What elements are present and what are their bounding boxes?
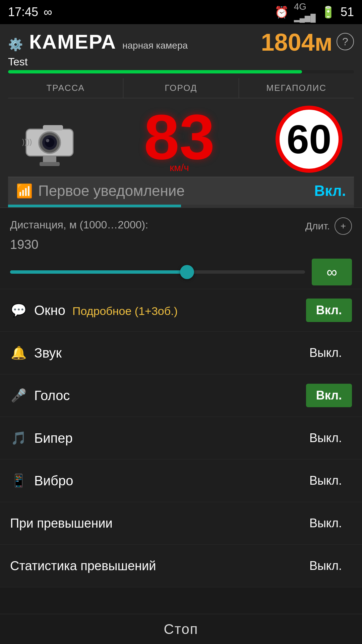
setting-row-2: 🎤 Голос Вкл. [0, 374, 362, 417]
setting-row-5: При превышении Выкл. [0, 502, 362, 545]
progress-bar [8, 70, 354, 73]
infinity-button[interactable]: ∞ [312, 259, 352, 285]
slider-fill [10, 270, 187, 274]
setting-row-0: 💬 Окно Подробное (1+3об.) Вкл. [0, 289, 362, 332]
status-bar: 17:45 ∞ ⏰ 4G▂▄▆█ 🔋 51 [0, 0, 362, 24]
setting-icon-1: 🔔 [10, 345, 27, 360]
setting-row-6: Статистика превышений Выкл. [0, 545, 362, 587]
setting-name-4: Вибро [34, 473, 299, 488]
notification-text: Первое уведомление [38, 182, 185, 199]
mode-tabs: ТРАССА ГОРОД МЕГАПОЛИС [8, 78, 354, 98]
camera-title: КАМЕРА [29, 30, 116, 53]
setting-icon-2: 🎤 [10, 388, 27, 403]
help-button[interactable]: ? [337, 33, 354, 50]
stop-button[interactable]: Стоп [164, 621, 198, 637]
svg-point-4 [46, 139, 49, 142]
distance-row: Дистанция, м (1000…2000): Длит. + 1930 ∞ [0, 208, 362, 289]
overlay-panel: ⚙️ КАМЕРА нарная камера 1804м ? Test ТРА… [0, 24, 362, 208]
gear-icon[interactable]: ⚙️ [8, 38, 23, 52]
plus-btn[interactable]: + [335, 217, 352, 235]
distance-slider-row: ∞ [10, 259, 352, 285]
camera-subtitle: нарная камера [122, 40, 188, 51]
camera-icon-wrap: )))) [16, 112, 83, 166]
notification-right: Вкл. [314, 182, 346, 199]
battery-icon: 🔋 [321, 5, 335, 19]
setting-icon-0: 💬 [10, 303, 27, 318]
settings-panel: Дистанция, м (1000…2000): Длит. + 1930 ∞… [0, 208, 362, 587]
toggle-5[interactable]: Выкл. [299, 512, 352, 535]
speed-unit: км/ч [170, 162, 189, 173]
setting-name-1: Звук [34, 345, 299, 361]
teal-progress-bar [8, 205, 354, 207]
distance-value: 1930 [10, 237, 352, 252]
svg-point-3 [45, 138, 54, 147]
top-right-group: 1804м ? [261, 30, 354, 54]
svg-rect-5 [43, 156, 56, 163]
speed-display: 83 км/ч [83, 105, 276, 173]
wifi-icon: 📶 [16, 183, 33, 199]
setting-row-4: 📱 Вибро Выкл. [0, 460, 362, 502]
svg-rect-7 [43, 125, 63, 130]
test-label: Test [8, 56, 354, 68]
setting-sub-0: Подробное (1+3об.) [72, 305, 178, 317]
bottom-bar: Стоп [0, 614, 362, 644]
notification-bar: 📶 Первое уведомление Вкл. [8, 177, 354, 205]
setting-icon-3: 🎵 [10, 431, 27, 445]
status-infinity: ∞ [44, 5, 52, 19]
toggle-6[interactable]: Выкл. [299, 554, 352, 578]
setting-row-1: 🔔 Звук Выкл. [0, 332, 362, 374]
setting-name-0: Окно Подробное (1+3об.) [34, 303, 306, 318]
svg-rect-6 [40, 162, 60, 166]
tab-megapolis[interactable]: МЕГАПОЛИС [239, 78, 354, 98]
setting-row-3: 🎵 Бипер Выкл. [0, 417, 362, 460]
signal-icon: 4G▂▄▆█ [294, 1, 316, 23]
main-display: )))) 83 км/ч 60 [8, 98, 354, 177]
status-time: 17:45 [8, 5, 38, 19]
setting-name-5: При превышении [10, 516, 299, 531]
current-speed: 83 [144, 105, 215, 169]
slider-track[interactable] [10, 270, 305, 274]
setting-name-6: Статистика превышений [10, 559, 299, 573]
toggle-4[interactable]: Выкл. [299, 469, 352, 492]
camera-svg-icon: )))) [19, 112, 80, 166]
battery-level: 51 [341, 5, 354, 19]
alarm-icon: ⏰ [275, 5, 289, 19]
toggle-0[interactable]: Вкл. [306, 299, 352, 322]
tab-gorod[interactable]: ГОРОД [123, 78, 239, 98]
camera-label-group: ⚙️ КАМЕРА нарная камера [8, 30, 188, 53]
toggle-1[interactable]: Выкл. [299, 341, 352, 365]
distance-badge: 1804м [261, 30, 333, 54]
speed-limit-number: 60 [287, 119, 331, 159]
setting-icon-4: 📱 [10, 473, 27, 488]
toggle-3[interactable]: Выкл. [299, 426, 352, 450]
overlay-top-row: ⚙️ КАМЕРА нарная камера 1804м ? [8, 30, 354, 54]
toggle-2[interactable]: Вкл. [306, 384, 352, 407]
distance-label: Дистанция, м (1000…2000): [10, 219, 148, 231]
setting-name-3: Бипер [34, 431, 299, 446]
slider-thumb[interactable] [180, 265, 194, 279]
duration-label: Длит. [305, 220, 330, 232]
progress-bar-fill [8, 70, 302, 73]
speed-limit-sign: 60 [276, 106, 343, 173]
setting-name-2: Голос [34, 388, 306, 403]
svg-text:)))): )))) [22, 138, 32, 146]
tab-trassa[interactable]: ТРАССА [8, 78, 123, 98]
